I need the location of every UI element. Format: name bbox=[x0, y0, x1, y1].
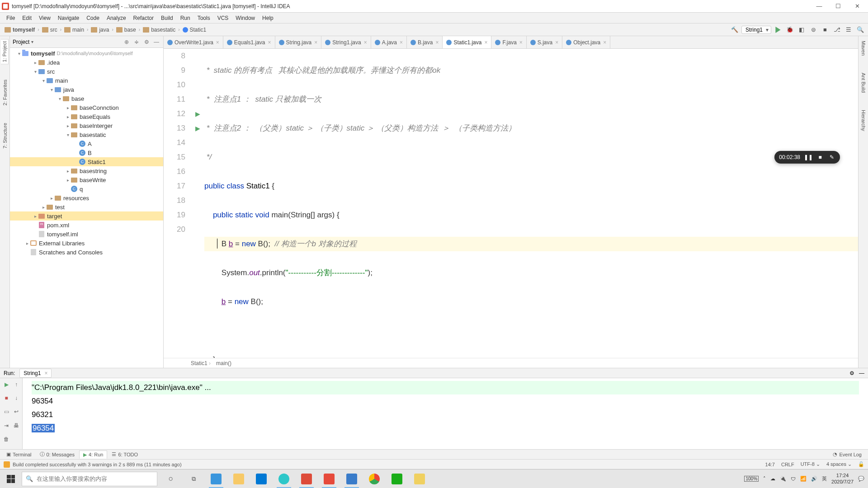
side-tab-maven[interactable]: Maven bbox=[860, 39, 867, 57]
crumb-root[interactable]: tomyself bbox=[3, 26, 37, 34]
recorder-edit-icon[interactable]: ✎ bbox=[828, 154, 835, 161]
recorder-pause-icon[interactable]: ❚❚ bbox=[805, 154, 812, 161]
project-collapse-all[interactable]: ≑ bbox=[132, 38, 141, 46]
chrome-icon[interactable] bbox=[363, 470, 385, 488]
bc-method[interactable]: main() bbox=[216, 360, 231, 366]
tree-item[interactable]: CStatic1 bbox=[10, 157, 163, 166]
run-button[interactable] bbox=[773, 25, 783, 35]
bc-class[interactable]: Static1 bbox=[191, 360, 211, 366]
tree-item[interactable]: Scratches and Consoles bbox=[10, 248, 163, 257]
up-button[interactable]: ↑ bbox=[12, 380, 21, 389]
tree-item[interactable]: ▾java bbox=[10, 85, 163, 94]
tree-item[interactable]: ▸basestring bbox=[10, 166, 163, 175]
coverage-button[interactable]: ◧ bbox=[797, 25, 807, 35]
structure-button[interactable]: ☰ bbox=[844, 25, 854, 35]
close-button[interactable]: ✕ bbox=[848, 1, 866, 12]
weather-icon[interactable]: ☁ bbox=[770, 476, 775, 482]
run-output[interactable]: "C:\Program Files\Java\jdk1.8.0_221\bin\… bbox=[23, 378, 868, 449]
status-lock-icon[interactable]: 🔓 bbox=[858, 461, 864, 467]
battery-icon[interactable]: 100% bbox=[744, 476, 759, 482]
tree-item[interactable]: ▾src bbox=[10, 67, 163, 76]
tree-item[interactable]: CB bbox=[10, 148, 163, 157]
minimize-button[interactable]: — bbox=[810, 1, 828, 12]
tree-item[interactable]: ▸target bbox=[10, 211, 163, 221]
stop-run-button[interactable]: ■ bbox=[2, 394, 11, 403]
volume-icon[interactable]: 🔊 bbox=[811, 476, 817, 482]
menu-refactor[interactable]: Refactor bbox=[130, 14, 157, 22]
project-settings-button[interactable]: ⚙ bbox=[142, 38, 151, 46]
tree-root[interactable]: ▾ tomyselfD:\modofinally\modoyun6\tomyse… bbox=[10, 49, 163, 58]
menu-window[interactable]: Window bbox=[232, 14, 259, 22]
layout-button[interactable]: ▭ bbox=[2, 407, 11, 416]
crumb-java[interactable]: java bbox=[89, 26, 111, 34]
tree-item[interactable]: ▸test bbox=[10, 202, 163, 211]
system-tray[interactable]: 100% ˄ ☁ 🔌 🛡 📶 🔊 英 17:24 2020/7/27 💬 bbox=[741, 473, 868, 484]
down-button[interactable]: ↓ bbox=[12, 394, 21, 403]
tray-chevron-up-icon[interactable]: ˄ bbox=[763, 476, 766, 482]
crumb-class[interactable]: Static1 bbox=[181, 26, 208, 34]
editor-tab[interactable]: Static1.java× bbox=[443, 36, 491, 48]
project-hide-button[interactable]: — bbox=[152, 38, 160, 46]
browser-360-icon[interactable] bbox=[273, 470, 295, 488]
run-config-select[interactable]: String1 bbox=[741, 26, 771, 34]
tree-item[interactable]: ▾base bbox=[10, 94, 163, 103]
tree-item[interactable]: ▾basestatic bbox=[10, 130, 163, 139]
mail-icon[interactable] bbox=[250, 470, 272, 488]
project-tree[interactable]: ▾ tomyselfD:\modofinally\modoyun6\tomyse… bbox=[10, 48, 163, 368]
notifications-icon[interactable]: 💬 bbox=[858, 476, 864, 482]
wifi-icon[interactable]: 📶 bbox=[800, 476, 807, 482]
defender-icon[interactable]: 🛡 bbox=[791, 476, 796, 482]
rerun-button[interactable]: ▶ bbox=[2, 380, 11, 389]
menu-run[interactable]: Run bbox=[177, 14, 194, 22]
tree-item[interactable]: tomyself.iml bbox=[10, 230, 163, 239]
menu-code[interactable]: Code bbox=[83, 14, 103, 22]
edge-icon[interactable] bbox=[205, 470, 227, 488]
menu-tools[interactable]: Tools bbox=[194, 14, 214, 22]
tree-item[interactable]: Cq bbox=[10, 184, 163, 193]
stop-button[interactable]: ■ bbox=[820, 25, 830, 35]
build-button[interactable]: 🔨 bbox=[730, 25, 740, 35]
intellij-taskbar-icon[interactable] bbox=[296, 470, 317, 488]
code-editor[interactable]: 891011121314151617181920 ▶▶ * static 的所有… bbox=[164, 49, 858, 358]
menu-analyze[interactable]: Analyze bbox=[103, 14, 130, 22]
power-icon[interactable]: 🔌 bbox=[780, 476, 786, 482]
scroll-button[interactable]: ⇥ bbox=[2, 421, 11, 430]
app-capture-icon[interactable] bbox=[341, 470, 363, 488]
screen-recorder-overlay[interactable]: 00:02:38 ❚❚ ■ ✎ bbox=[774, 151, 840, 164]
side-tab-structure[interactable]: 7: Structure bbox=[1, 121, 9, 150]
menu-help[interactable]: Help bbox=[259, 14, 277, 22]
side-tab-hierarchy[interactable]: Hierarchy bbox=[860, 108, 867, 133]
task-view-icon[interactable]: ⧉ bbox=[183, 470, 204, 488]
status-caret-pos[interactable]: 14:7 bbox=[765, 462, 775, 467]
project-scroll-from-source[interactable]: ⊕ bbox=[123, 38, 131, 46]
ime-indicator[interactable]: 英 bbox=[822, 475, 827, 482]
profile-button[interactable]: ⊚ bbox=[808, 25, 818, 35]
crumb-base[interactable]: base bbox=[114, 26, 138, 34]
editor-tab[interactable]: OverWrite1.java× bbox=[164, 36, 223, 48]
tab-terminal[interactable]: ▣ Terminal bbox=[3, 450, 35, 458]
side-tab-favorites[interactable]: 2: Favorites bbox=[1, 78, 9, 107]
editor-tab[interactable]: Equals1.java× bbox=[223, 36, 275, 48]
editor-tab[interactable]: F.java× bbox=[491, 36, 526, 48]
cortana-icon[interactable]: ○ bbox=[160, 470, 182, 488]
editor-tab[interactable]: String1.java× bbox=[321, 36, 371, 48]
editor-tab[interactable]: String.java× bbox=[275, 36, 322, 48]
status-indent[interactable]: 4 spaces ⌄ bbox=[826, 461, 852, 467]
editor-tab[interactable]: Object.java× bbox=[562, 36, 610, 48]
tab-event-log[interactable]: ◔ Event Log bbox=[829, 450, 865, 458]
tab-messages[interactable]: ⓘ 0: Messages bbox=[36, 450, 78, 459]
clear-button[interactable]: 🗑 bbox=[2, 435, 11, 444]
editor-tab[interactable]: B.java× bbox=[407, 36, 443, 48]
tree-item[interactable]: CA bbox=[10, 139, 163, 148]
vcs-button[interactable]: ⎇ bbox=[832, 25, 842, 35]
video-app-icon[interactable] bbox=[386, 470, 408, 488]
tree-item[interactable]: ▾main bbox=[10, 76, 163, 85]
menu-build[interactable]: Build bbox=[157, 14, 177, 22]
tab-todo[interactable]: ☰ 6: TODO bbox=[108, 450, 142, 458]
wrap-button[interactable]: ↩ bbox=[12, 407, 21, 416]
explorer-icon[interactable] bbox=[228, 470, 250, 488]
clock[interactable]: 17:24 2020/7/27 bbox=[831, 473, 854, 484]
tree-item[interactable]: ▸baseWrite bbox=[10, 175, 163, 184]
tab-run[interactable]: ▶ 4: Run bbox=[79, 450, 107, 459]
menu-vcs[interactable]: VCS bbox=[214, 14, 232, 22]
